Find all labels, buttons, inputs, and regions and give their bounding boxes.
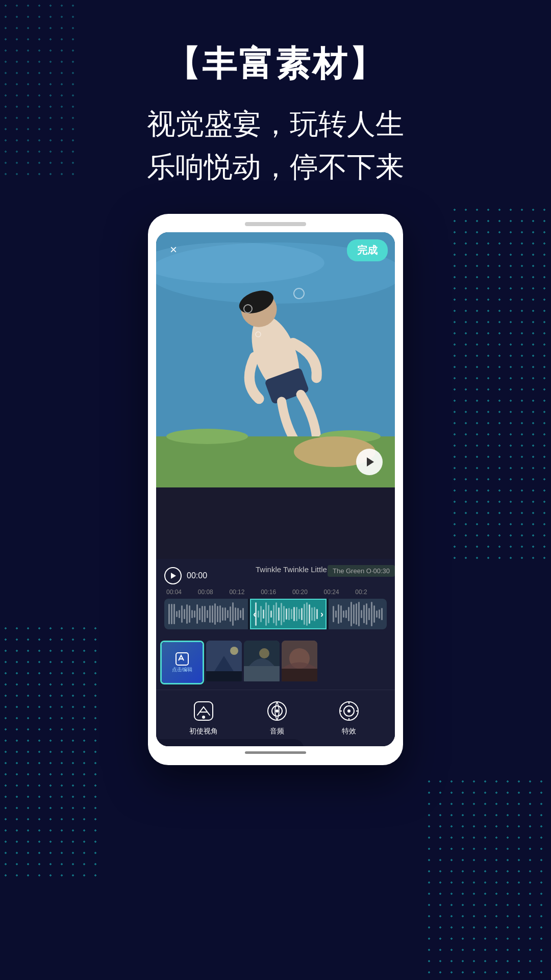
chevron-left-icon[interactable]: ‹ (253, 609, 256, 620)
done-label: 完成 (357, 244, 378, 256)
perspective-icon (191, 698, 216, 724)
effects-panel: 下雨 (156, 739, 304, 746)
hero-subtitle-line2: 乐响悦动，停不下来 (0, 145, 551, 188)
toolbar-item-audio[interactable]: 音频 (264, 698, 290, 736)
toolbar-label-perspective: 初使视角 (189, 727, 218, 736)
close-icon: × (170, 242, 177, 257)
chevron-right-icon[interactable]: › (320, 609, 323, 620)
svg-point-55 (276, 709, 279, 713)
hero-title: 【丰富素材】 (0, 41, 551, 87)
green-badge: The Green O·00:30 (328, 565, 395, 577)
timeline-mark-7: 00:2 (355, 589, 387, 596)
underwater-scene-svg (156, 232, 395, 487)
timeline-mark-3: 00:12 (229, 589, 261, 596)
toolbar-label-audio: 音频 (270, 727, 284, 736)
video-area: × 完成 (156, 232, 395, 487)
home-indicator (245, 751, 306, 754)
effects-icon (336, 698, 362, 724)
audio-track-header: 00:00 Twinkle Twinkle Little Star ins Th… (164, 567, 387, 584)
wave-bars-right (329, 599, 387, 629)
clip-item-2[interactable] (206, 641, 242, 684)
timeline-mark-1: 00:04 (166, 589, 198, 596)
phone-mockup-wrapper: × 完成 (0, 214, 551, 765)
timeline-ruler: 00:04 00:08 00:12 00:16 00:20 00:24 00:2 (164, 589, 387, 596)
waveform-selected[interactable]: ‹ › (250, 599, 327, 629)
deco-dots-bottom-right (423, 776, 551, 980)
hero-subtitle: 视觉盛宴，玩转人生 乐响悦动，停不下来 (0, 103, 551, 188)
phone-notch (245, 222, 306, 226)
clip-thumb-4 (282, 641, 317, 681)
timeline-mark-4: 00:16 (261, 589, 292, 596)
toolbar-item-perspective[interactable]: 初使视角 (189, 698, 218, 736)
bottom-toolbar: 初使视角 音频 (156, 690, 395, 746)
edit-icon (175, 652, 189, 666)
timeline-mark-2: 00:08 (198, 589, 230, 596)
timeline-mark-5: 00:20 (292, 589, 324, 596)
clip-item-4[interactable] (282, 641, 317, 684)
wave-bars-selected (251, 600, 325, 628)
video-done-button[interactable]: 完成 (347, 239, 388, 261)
clip-main-thumb: 点击编辑 (162, 642, 203, 683)
play-button-small[interactable] (164, 567, 182, 584)
audio-icon (264, 698, 290, 724)
clip-thumb-3 (244, 641, 280, 681)
hero-section: 【丰富素材】 视觉盛宴，玩转人生 乐响悦动，停不下来 (0, 0, 551, 188)
svg-rect-48 (282, 669, 317, 681)
toolbar-label-effects: 特效 (342, 727, 356, 736)
svg-point-58 (347, 709, 350, 713)
hero-subtitle-line1: 视觉盛宴，玩转人生 (0, 103, 551, 145)
phone-screen: × 完成 (156, 232, 395, 746)
svg-point-8 (166, 429, 248, 444)
clip-edit-label: 点击编辑 (172, 666, 192, 673)
waveform-container[interactable]: ‹ › (164, 599, 387, 629)
clip-thumb-2 (206, 641, 242, 681)
audio-track-area: 00:00 Twinkle Twinkle Little Star ins Th… (156, 559, 395, 635)
svg-rect-45 (244, 666, 280, 681)
video-scene (156, 232, 395, 487)
playback-time: 00:00 (187, 571, 207, 580)
svg-point-52 (202, 716, 205, 719)
timeline-mark-6: 00:24 (324, 589, 356, 596)
video-play-button[interactable] (356, 449, 383, 475)
waveform-right (329, 599, 387, 629)
clips-strip: 点击编辑 (156, 635, 395, 690)
svg-rect-43 (206, 671, 242, 681)
video-close-button[interactable]: × (164, 240, 183, 259)
toolbar-item-effects[interactable]: 特效 (336, 698, 362, 736)
clip-item-3[interactable] (244, 641, 280, 684)
waveform-left (164, 599, 248, 629)
phone-mockup: × 完成 (148, 214, 403, 765)
svg-point-42 (230, 647, 238, 655)
svg-point-46 (259, 648, 269, 658)
clip-item-main[interactable]: 点击编辑 (160, 641, 204, 684)
wave-bars-left (164, 599, 248, 629)
